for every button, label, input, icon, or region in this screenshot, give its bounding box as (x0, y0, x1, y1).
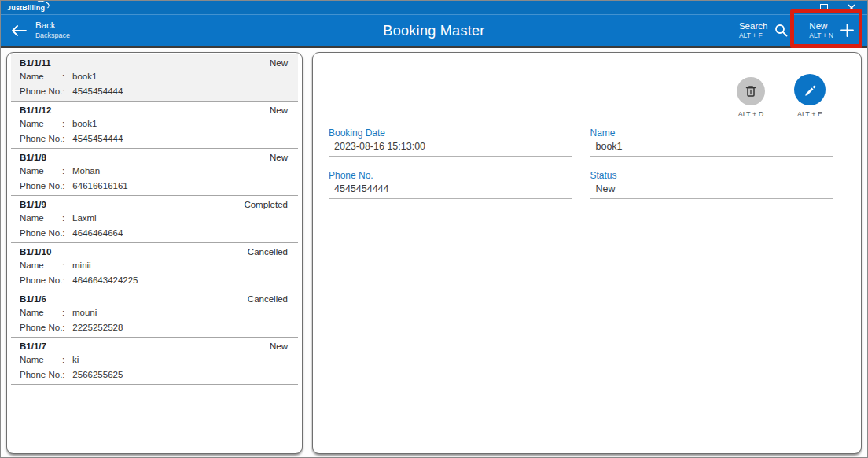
new-labels: New ALT + N (809, 20, 833, 40)
booking-name: ki (72, 354, 79, 367)
booking-name: Mohan (72, 165, 100, 178)
close-button[interactable] (847, 3, 856, 13)
booking-status: New (270, 58, 288, 68)
close-icon (848, 4, 855, 12)
colon: : (62, 369, 72, 382)
booking-name: mouni (72, 307, 97, 319)
phone-label: Phone No. (20, 86, 62, 98)
booking-status: Cancelled (248, 294, 288, 304)
titlebar: JustBilling (1, 1, 867, 14)
booking-status: New (270, 342, 288, 351)
minimize-button[interactable] (792, 3, 801, 13)
name-label: Name (20, 354, 62, 367)
booking-phone: 64616616161 (72, 180, 127, 193)
booking-name: minii (72, 260, 91, 272)
app-window: JustBilling Back Backspace Booking Maste… (0, 0, 868, 458)
phone-label: Phone No. (20, 133, 62, 146)
phone-label: Phone No. (20, 227, 62, 240)
colon: : (62, 118, 72, 131)
booking-list-item[interactable]: B1/1/12New Name:book1 Phone No.:45454544… (11, 102, 298, 149)
booking-list-item[interactable]: B1/1/8New Name:Mohan Phone No.:646166161… (11, 149, 298, 196)
name-label: Name (20, 212, 62, 225)
status-field-label: Status (590, 170, 833, 181)
name-label: Name (20, 307, 62, 319)
edit-button-circle (794, 74, 826, 105)
booking-id: B1/1/7 (20, 342, 46, 351)
colon: : (62, 180, 72, 193)
booking-id: B1/1/11 (20, 58, 51, 68)
edit-button[interactable]: ALT + E (794, 74, 826, 118)
name-field: Name book1 (590, 127, 833, 157)
phone-label: Phone No. (20, 322, 62, 334)
colon: : (62, 307, 72, 319)
colon: : (62, 275, 72, 287)
colon: : (62, 227, 72, 240)
app-logo: JustBilling (7, 4, 45, 12)
phone-field-value: 4545454444 (329, 181, 572, 199)
colon: : (62, 322, 72, 334)
back-labels: Back Backspace (35, 20, 70, 40)
status-field: Status New (590, 170, 833, 199)
colon: : (62, 86, 72, 98)
booking-name: Laxmi (72, 212, 97, 225)
booking-list-panel: B1/1/11New Name:book1 Phone No.:45454544… (6, 52, 303, 454)
content-area: B1/1/11New Name:book1 Phone No.:45454544… (1, 48, 867, 458)
booking-date-field: Booking Date 2023-08-16 15:13:00 (329, 127, 572, 157)
window-controls (792, 3, 861, 13)
booking-phone: 2225252528 (72, 322, 123, 334)
search-icon (774, 24, 788, 37)
booking-id: B1/1/10 (20, 247, 51, 257)
search-labels: Search ALT + F (739, 20, 767, 40)
search-shortcut: ALT + F (739, 31, 767, 40)
booking-list-item[interactable]: B1/1/6Cancelled Name:mouni Phone No.:222… (11, 290, 298, 338)
plus-icon (840, 24, 854, 37)
name-label: Name (20, 71, 62, 83)
header-actions: Search ALT + F New ALT + N (739, 20, 867, 40)
colon: : (62, 212, 72, 225)
page-header: Back Backspace Booking Master Search ALT… (1, 14, 867, 48)
booking-name: book1 (72, 118, 97, 131)
search-button[interactable]: Search ALT + F (739, 20, 788, 40)
booking-phone: 4646464664 (72, 227, 123, 240)
colon: : (62, 165, 72, 178)
back-arrow-icon (11, 25, 27, 36)
booking-status: Cancelled (248, 247, 288, 257)
back-button[interactable]: Back Backspace (11, 20, 70, 40)
colon: : (62, 71, 72, 83)
trash-icon (744, 84, 758, 98)
colon: : (62, 354, 72, 367)
booking-id: B1/1/8 (20, 153, 46, 162)
back-shortcut: Backspace (35, 31, 70, 40)
delete-button[interactable]: ALT + D (737, 77, 765, 118)
booking-list-item[interactable]: B1/1/10Cancelled Name:minii Phone No.:46… (11, 243, 298, 290)
page-title: Booking Master (383, 22, 484, 39)
name-label: Name (20, 118, 62, 131)
booking-list-item[interactable]: B1/1/9Completed Name:Laxmi Phone No.:464… (11, 196, 298, 243)
booking-list-item[interactable]: B1/1/7New Name:ki Phone No.:2566255625 (11, 338, 298, 385)
phone-label: Phone No. (20, 275, 62, 287)
booking-phone: 4545454444 (72, 86, 123, 98)
colon: : (62, 133, 72, 146)
booking-status: Completed (244, 200, 288, 209)
booking-id: B1/1/9 (20, 200, 46, 209)
new-label: New (809, 20, 833, 31)
phone-field-label: Phone No. (329, 170, 572, 181)
back-label: Back (35, 20, 70, 31)
maximize-button[interactable] (819, 3, 829, 13)
booking-phone: 4646643424225 (72, 275, 138, 287)
booking-detail-panel: ALT + D ALT + E Booking Date 2023-08-16 … (312, 52, 862, 454)
detail-actions: ALT + D ALT + E (737, 74, 826, 118)
booking-name: book1 (72, 71, 97, 83)
booking-detail-form: Booking Date 2023-08-16 15:13:00 Name bo… (329, 127, 833, 199)
booking-date-label: Booking Date (329, 127, 572, 139)
minimize-icon (793, 9, 801, 10)
new-button[interactable]: New ALT + N (809, 20, 854, 40)
search-label: Search (739, 20, 767, 31)
name-label: Name (20, 260, 62, 272)
phone-field: Phone No. 4545454444 (329, 170, 572, 199)
name-label: Name (20, 165, 62, 178)
new-shortcut: ALT + N (809, 31, 833, 40)
phone-label: Phone No. (20, 180, 62, 193)
booking-list-item[interactable]: B1/1/11New Name:book1 Phone No.:45454544… (11, 54, 298, 102)
pencil-icon (803, 83, 817, 97)
